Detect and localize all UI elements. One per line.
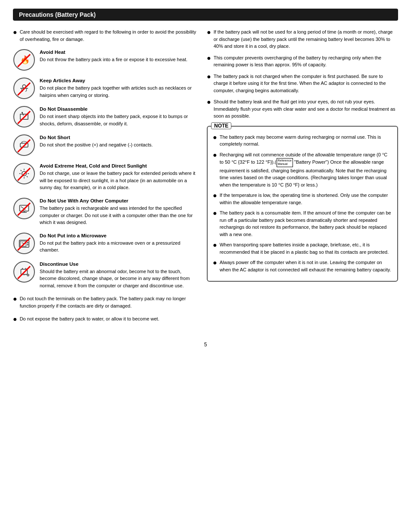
- precaution-desc-avoid-heat: Do not throw the battery pack into a fir…: [40, 56, 198, 63]
- precaution-item-avoid-heat: 🔥 Avoid HeatDo not throw the battery pac…: [13, 49, 198, 71]
- note-item-2: ●If the temperature is low, the operatin…: [213, 192, 392, 206]
- precaution-desc-keep-articles-away: Do not place the battery pack together w…: [40, 84, 198, 99]
- ref-manual-icon: ReferenceManual: [277, 158, 293, 167]
- svg-point-24: [27, 242, 28, 243]
- page-header: Precautions (Battery Pack): [13, 9, 398, 21]
- bullet-dot: ●: [13, 29, 17, 43]
- precaution-desc-avoid-extreme-heat: Do not charge, use or leave the battery …: [40, 170, 198, 191]
- precaution-text-discontinue-use: Discontinue UseShould the battery emit a…: [40, 261, 198, 289]
- precaution-desc-do-not-put-microwave: Do not put the battery pack into a micro…: [40, 240, 198, 254]
- note-item-1: ●Recharging will not commence outside of…: [213, 151, 392, 189]
- precaution-desc-discontinue-use: Should the battery emit an abnormal odor…: [40, 268, 198, 289]
- note-item-4: ●When transporting spare batteries insid…: [213, 241, 392, 255]
- icon-discontinue-use: ))): [13, 261, 35, 283]
- right-bullets: ●If the battery pack will not be used fo…: [207, 28, 398, 120]
- bullet-dot: ●: [207, 99, 211, 120]
- right-bullet-3: ●Should the battery leak and the fluid g…: [207, 98, 398, 120]
- note-item-5: ●Always power off the computer when it i…: [213, 259, 392, 273]
- precaution-title-discontinue-use: Discontinue Use: [40, 261, 198, 268]
- svg-rect-23: [20, 241, 26, 246]
- bullet-dot: ●: [213, 134, 217, 148]
- precaution-text-do-not-put-microwave: Do Not Put into a MicrowaveDo not put th…: [40, 232, 198, 254]
- icon-avoid-heat: 🔥: [13, 49, 35, 71]
- precaution-title-avoid-extreme-heat: Avoid Extreme Heat, Cold and Direct Sunl…: [40, 162, 198, 170]
- precaution-item-keep-articles-away: Keep Articles AwayDo not place the batte…: [13, 77, 198, 100]
- note-items: ●The battery pack may become warm during…: [213, 134, 392, 274]
- bottom-bullet-1: ●Do not expose the battery pack to water…: [13, 315, 198, 323]
- note-item-3: ●The battery pack is a consumable item. …: [213, 209, 392, 238]
- note-box: NOTE ●The battery pack may become warm d…: [207, 126, 398, 282]
- precaution-item-do-not-use-other-computer: Do Not Use With Any Other ComputerThe ba…: [13, 197, 198, 226]
- precaution-desc-do-not-disassemble: Do not insert sharp objects into the bat…: [40, 113, 198, 127]
- svg-rect-3: [20, 114, 28, 119]
- bullet-dot: ●: [213, 210, 217, 238]
- precaution-item-do-not-short: Do Not ShortDo not short the positive (+…: [13, 134, 198, 156]
- icon-do-not-short: [13, 134, 35, 156]
- svg-rect-26: [21, 269, 28, 274]
- svg-rect-6: [20, 143, 28, 147]
- bullet-dot: ●: [213, 152, 217, 189]
- precaution-desc-do-not-short: Do not short the positive (+) and negati…: [40, 141, 198, 149]
- precaution-title-do-not-disassemble: Do Not Disassemble: [40, 106, 198, 113]
- intro-bullet: ● Care should be exercised with regard t…: [13, 28, 198, 43]
- svg-line-16: [27, 170, 28, 171]
- precaution-title-do-not-short: Do Not Short: [40, 134, 198, 141]
- svg-rect-18: [20, 205, 29, 211]
- bullet-dot: ●: [207, 55, 211, 68]
- icon-do-not-use-other-computer: [13, 197, 35, 220]
- bottom-bullets: ●Do not touch the terminals on the batte…: [13, 295, 198, 323]
- svg-line-15: [27, 176, 28, 177]
- note-label: NOTE: [211, 122, 231, 129]
- precaution-text-do-not-short: Do Not ShortDo not short the positive (+…: [40, 134, 198, 149]
- svg-point-2: [22, 85, 26, 88]
- svg-line-21: [21, 206, 26, 210]
- icon-do-not-put-microwave: [13, 232, 35, 255]
- bullet-dot: ●: [207, 29, 211, 50]
- precaution-text-do-not-disassemble: Do Not DisassembleDo not insert sharp ob…: [40, 106, 198, 127]
- svg-point-5: [22, 112, 23, 113]
- precaution-text-do-not-use-other-computer: Do Not Use With Any Other ComputerThe ba…: [40, 197, 198, 226]
- bullet-dot: ●: [213, 242, 217, 255]
- precautions-list: 🔥 Avoid HeatDo not throw the battery pac…: [13, 49, 198, 289]
- precaution-text-keep-articles-away: Keep Articles AwayDo not place the batte…: [40, 77, 198, 99]
- precaution-text-avoid-extreme-heat: Avoid Extreme Heat, Cold and Direct Sunl…: [40, 162, 198, 191]
- precaution-item-do-not-disassemble: Do Not DisassembleDo not insert sharp ob…: [13, 106, 198, 128]
- svg-line-14: [21, 170, 22, 171]
- right-bullet-2: ●The battery pack is not charged when th…: [207, 73, 398, 94]
- note-item-0: ●The battery pack may become warm during…: [213, 134, 392, 148]
- precaution-title-keep-articles-away: Keep Articles Away: [40, 77, 198, 84]
- bullet-dot: ●: [213, 192, 217, 206]
- precaution-title-do-not-put-microwave: Do Not Put into a Microwave: [40, 232, 198, 240]
- right-bullet-0: ●If the battery pack will not be used fo…: [207, 28, 398, 50]
- icon-avoid-extreme-heat: [13, 162, 35, 185]
- right-column: ●If the battery pack will not be used fo…: [207, 28, 398, 329]
- svg-point-25: [27, 244, 28, 245]
- right-bullet-1: ●This computer prevents overcharging of …: [207, 54, 398, 68]
- precaution-title-avoid-heat: Avoid Heat: [40, 49, 198, 56]
- bullet-dot: ●: [207, 73, 211, 94]
- bullet-dot: ●: [13, 296, 17, 309]
- svg-line-17: [21, 176, 22, 177]
- page-number: 5: [13, 342, 398, 348]
- left-column: ● Care should be exercised with regard t…: [13, 28, 198, 329]
- precaution-text-avoid-heat: Avoid HeatDo not throw the battery pack …: [40, 49, 198, 63]
- bullet-dot: ●: [213, 259, 217, 273]
- svg-text:🔥: 🔥: [20, 55, 30, 65]
- bottom-bullet-0: ●Do not touch the terminals on the batte…: [13, 295, 198, 309]
- precaution-item-avoid-extreme-heat: Avoid Extreme Heat, Cold and Direct Sunl…: [13, 162, 198, 191]
- icon-do-not-disassemble: [13, 106, 35, 128]
- precaution-title-do-not-use-other-computer: Do Not Use With Any Other Computer: [40, 197, 198, 205]
- icon-keep-articles-away: [13, 77, 35, 100]
- precaution-desc-do-not-use-other-computer: The battery pack is rechargeable and was…: [40, 205, 198, 226]
- svg-point-9: [22, 171, 27, 176]
- bullet-dot: ●: [13, 316, 17, 323]
- precaution-item-discontinue-use: ))) Discontinue UseShould the battery em…: [13, 261, 198, 289]
- precaution-item-do-not-put-microwave: Do Not Put into a MicrowaveDo not put th…: [13, 232, 198, 255]
